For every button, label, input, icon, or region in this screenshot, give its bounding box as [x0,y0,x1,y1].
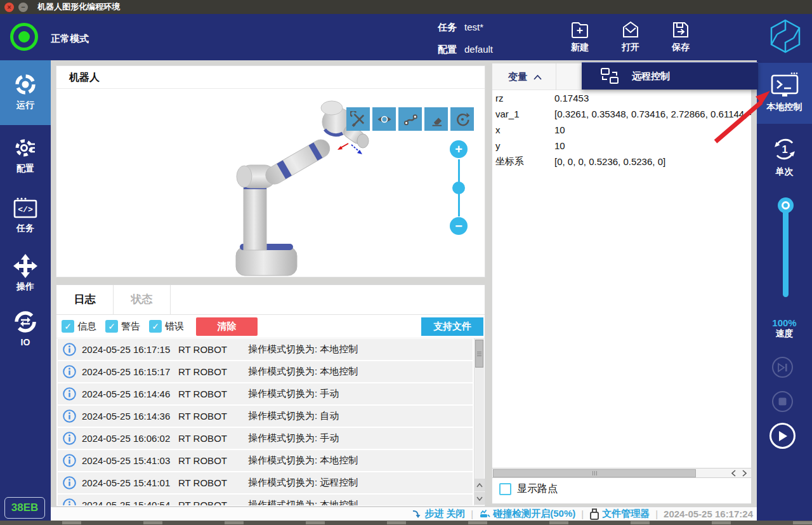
variables-title: 变量 [508,71,527,83]
variable-value: [0.3261, 0.35348, 0.73416, 2.72866, 0.61… [554,109,752,119]
zoom-out-button[interactable]: − [450,217,468,235]
horizontal-scrollbar[interactable] [492,468,751,478]
mode-status-icon [10,23,38,51]
variable-name: 坐标系 [492,156,554,168]
log-row: 2024-05-25 16:14:36 RT ROBOT 操作模式切换为: 自动 [58,406,473,427]
log-source: RT ROBOT [178,344,248,355]
tools-button[interactable] [346,107,370,131]
desktop-taskbar-strip [0,521,812,525]
log-time: 2024-05-25 16:14:46 [82,389,178,399]
view-button[interactable] [372,107,396,131]
log-row: 2024-05-25 16:17:15 RT ROBOT 操作模式切换为: 本地… [58,339,473,360]
menu-item-remote-control[interactable]: 远程控制 [632,70,670,83]
log-row: 2024-05-25 16:14:46 RT ROBOT 操作模式切换为: 手动 [58,383,473,404]
column-divider [556,63,556,90]
zoom-slider-knob[interactable] [452,182,465,194]
clear-log-button[interactable]: 清除 [196,317,258,336]
divider: | [581,508,584,519]
log-time: 2024-05-25 16:15:17 [82,366,178,377]
info-icon [63,476,76,489]
file-manager-button[interactable]: 文件管理器 [589,508,650,520]
sidebar-item-task[interactable]: </> 任务 [0,196,51,234]
speed-slider-knob[interactable] [778,197,794,213]
gear-icon [13,135,38,161]
robot-3d-viewport[interactable]: + − [56,89,485,277]
info-icon [63,343,76,356]
single-run-button[interactable]: 1 单次 [757,135,812,178]
log-panel: 日志 状态 ✓ 信息 ✓ 警告 ✓ 错误 清除 支持文件 2024-05-25 … [56,284,485,507]
log-time: 2024-05-25 15:40:54 [82,500,178,505]
minimize-icon[interactable]: − [18,3,28,12]
sidebar-item-run[interactable]: 运行 [0,60,51,125]
task-value: test* [464,22,483,34]
variables-collapse-toggle[interactable]: 变量 [508,71,542,83]
erase-button[interactable] [424,107,448,131]
eraser-icon [428,111,445,128]
open-file-icon [620,20,641,40]
variable-name: var_1 [492,109,554,119]
window-title: 机器人图形化编程环境 [37,1,120,13]
move-arrows-icon [13,253,38,279]
support-file-button[interactable]: 支持文件 [421,317,483,336]
info-icon [63,432,76,445]
tab-log[interactable]: 日志 [56,285,114,314]
log-row: 2024-05-25 15:41:03 RT ROBOT 操作模式切换为: 本地… [58,450,473,471]
open-button[interactable]: 打开 [610,20,652,53]
sidebar-item-operate[interactable]: 操作 [0,253,51,293]
log-row: 2024-05-25 15:41:01 RT ROBOT 操作模式切换为: 远程… [58,472,473,493]
show-waypoints-checkbox[interactable] [499,483,511,495]
task-field: 任务 test* [438,22,483,34]
filter-error-checkbox[interactable]: ✓ [149,320,162,333]
log-source: RT ROBOT [178,433,248,444]
log-row: 2024-05-25 16:15:17 RT ROBOT 操作模式切换为: 本地… [58,361,473,382]
new-button[interactable]: 新建 [559,20,601,53]
variable-name: rz [492,93,554,103]
collision-detection-toggle[interactable]: 碰撞检测开启(50%) [479,508,575,520]
viewport-toolbar [346,107,474,131]
step-mode-toggle[interactable]: 步进 关闭 [412,508,465,520]
log-time: 2024-05-25 16:06:02 [82,433,178,444]
save-button[interactable]: 保存 [660,20,702,53]
log-message: 操作模式切换为: 本地控制 [248,455,358,467]
brand-logo-icon [768,18,802,55]
horizontal-scrollbar-thumb[interactable] [493,469,696,477]
log-scrollbar-thumb[interactable] [475,340,483,368]
status-badge: 38EB [4,497,45,519]
show-waypoints-control: 显示路点 [499,482,558,496]
step-arrow-icon [412,509,422,519]
skip-next-icon [777,362,789,373]
filter-warning-label: 警告 [121,321,140,333]
log-message: 操作模式切换为: 远程控制 [248,477,358,489]
scroll-right-icon[interactable] [739,469,750,477]
local-control-button[interactable]: 本地控制 [757,63,812,124]
code-window-icon: </> [12,196,39,220]
filter-info-checkbox[interactable]: ✓ [62,320,74,333]
divider: | [471,508,473,519]
trajectory-button[interactable] [398,107,422,131]
variable-row: y 10 [492,138,751,154]
speed-slider-track[interactable] [783,203,789,297]
step-next-button[interactable] [772,357,793,378]
stop-icon [778,397,787,406]
tools-icon [350,111,367,128]
log-list: 2024-05-25 16:17:15 RT ROBOT 操作模式切换为: 本地… [56,338,485,505]
sidebar-item-config[interactable]: 配置 [0,135,51,175]
stop-button[interactable] [772,391,793,412]
scroll-down-icon[interactable] [475,492,485,505]
speed-label: 速度 [757,328,812,338]
log-source: RT ROBOT [178,366,248,377]
filter-error-label: 错误 [165,321,184,333]
tab-status[interactable]: 状态 [114,285,171,314]
variable-row: x 10 [492,122,751,138]
filter-warning-checkbox[interactable]: ✓ [105,320,118,333]
reset-view-button[interactable] [450,107,474,131]
zoom-in-button[interactable]: + [450,140,468,158]
show-waypoints-label: 显示路点 [517,482,558,496]
play-button[interactable] [769,423,796,449]
close-icon[interactable]: × [4,3,14,12]
sidebar-item-io[interactable]: IO [0,309,51,347]
variable-name: y [492,140,554,151]
scroll-up-icon[interactable] [475,479,485,491]
scroll-left-icon[interactable] [728,469,739,477]
log-scrollbar[interactable] [474,338,484,505]
